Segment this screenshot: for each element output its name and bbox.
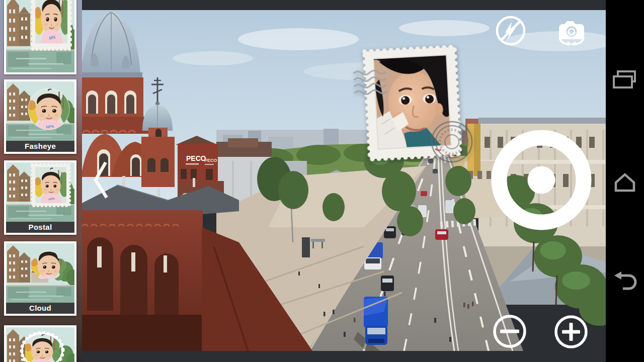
postal-stamp-selfie [360,43,464,163]
zoom-in-button[interactable] [554,315,588,350]
home-button[interactable] [606,166,644,195]
effect-label-fasheye: Fasheye [6,141,74,152]
camera-app-screen: РЕСО РЕСО [0,0,644,362]
effect-item-oval-bottom[interactable] [4,325,76,362]
effect-item-postal[interactable]: Postal [4,160,76,235]
minus-icon [493,314,527,348]
effect-thumbnail-postal-2 [6,162,74,222]
stamp-effect-overlay[interactable] [360,43,464,163]
building-sign-reso-1: РЕСО [186,154,206,162]
effect-thumbnail-cloud [6,243,74,303]
back-button[interactable] [606,267,644,296]
switch-camera-button[interactable] [555,16,588,47]
effect-item-fasheye[interactable]: Fasheye [4,79,76,154]
flash-off-icon [495,15,526,46]
zoom-out-button[interactable] [493,314,527,350]
android-navigation-bar [606,0,644,362]
home-icon [611,167,639,194]
effect-thumbnail-fasheye [6,81,74,141]
switch-camera-icon [555,16,588,45]
plus-icon [554,315,588,349]
flash-button[interactable] [495,15,526,48]
effects-sidebar: Fasheye Postal Cloud [0,0,82,362]
effect-label-cloud: Cloud [6,303,74,314]
collapse-effects-panel-button[interactable] [91,157,111,205]
chevron-left-icon [91,157,111,203]
shutter-button[interactable] [491,130,592,232]
back-icon [611,267,639,296]
effect-item-postal-top[interactable] [4,0,76,74]
effect-thumbnail-oval [6,327,74,362]
effect-item-cloud[interactable]: Cloud [4,241,76,316]
recent-apps-button[interactable] [606,67,644,95]
effect-label-postal: Postal [6,222,74,233]
effect-thumbnail-postal [6,0,74,72]
building-sign-reso-2: РЕСО [204,158,217,163]
recent-apps-icon [611,68,639,94]
shutter-icon [491,130,592,230]
